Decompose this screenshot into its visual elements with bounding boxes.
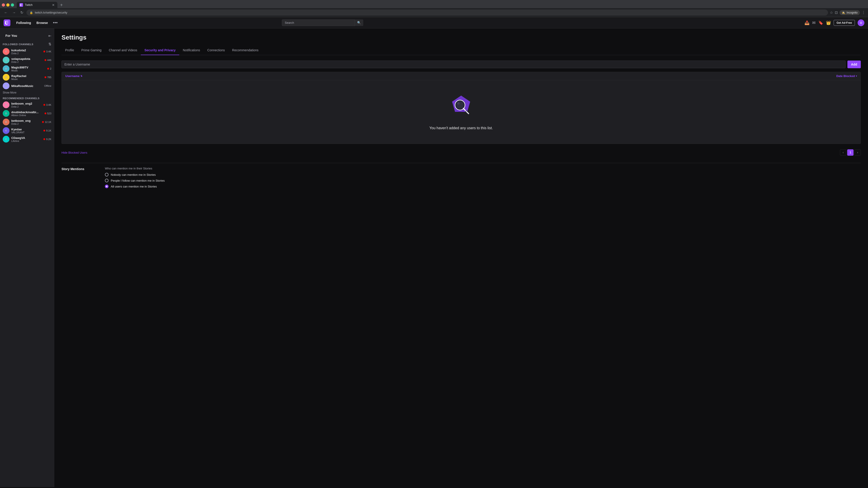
story-mentions-desc: Who can mention me in their Stories	[105, 167, 861, 170]
window-maximize-btn[interactable]	[11, 3, 14, 6]
channel-game: Music	[11, 78, 43, 80]
browser-chrome: Twitch ✕ + ← → ↻ 🔒 twitch.tv/settings/se…	[0, 0, 868, 17]
channel-name: Kyedae	[11, 128, 41, 131]
channel-name: betboom_eng	[11, 119, 40, 123]
channel-info: doublebacknvalbi... Albion Online	[11, 110, 43, 117]
twitch-logo	[4, 20, 10, 26]
browse-nav-btn[interactable]: Browse	[34, 20, 50, 26]
story-mentions-all-radio[interactable]	[105, 185, 108, 188]
story-mentions-following-label: People I follow can mention me in Storie…	[111, 179, 164, 182]
story-mentions-following-option[interactable]: People I follow can mention me in Storie…	[105, 179, 861, 182]
pagination-controls: ‹ 1 ›	[840, 149, 861, 156]
get-ad-free-btn[interactable]: Get Ad-Free	[834, 20, 855, 26]
tab-title: Twitch	[25, 3, 50, 6]
cast-icon[interactable]: ⊡	[835, 10, 838, 15]
list-item[interactable]: B betboom_eng2 Dota 2 3.4K	[0, 101, 54, 109]
list-item[interactable]: D doublebacknvalbi... Albion Online 523	[0, 109, 54, 118]
username-input[interactable]	[61, 61, 846, 68]
tab-profile[interactable]: Profile	[61, 46, 78, 55]
tab-connections[interactable]: Connections	[204, 46, 228, 55]
activity-feed-btn[interactable]: 📥	[804, 20, 809, 25]
show-more-btn[interactable]: Show More	[0, 90, 54, 95]
live-indicator	[43, 138, 45, 140]
username-input-row: Add	[61, 61, 861, 68]
more-nav-btn[interactable]: •••	[51, 19, 59, 26]
channel-info: betboom_eng2 Dota 2	[11, 102, 41, 108]
tab-bar: Twitch ✕ +	[0, 0, 868, 8]
refresh-btn[interactable]: ↻	[19, 9, 25, 15]
tab-close-btn[interactable]: ✕	[52, 3, 55, 7]
list-item[interactable]: K Kyedae VALORANT 9.1K	[0, 126, 54, 135]
story-mentions-nobody-radio[interactable]	[105, 173, 108, 176]
live-indicator	[43, 104, 45, 106]
live-indicator	[44, 112, 46, 114]
table-header: Username ⇅ Date Blocked ▾	[62, 72, 861, 80]
username-col-header[interactable]: Username ⇅	[65, 74, 836, 78]
for-you-label: For You	[3, 32, 20, 39]
main-content: Settings Profile Prime Gaming Channel an…	[54, 29, 868, 487]
page-1-btn[interactable]: 1	[847, 149, 854, 156]
channel-info: MikaRoseMusic	[11, 84, 42, 88]
list-item[interactable]: B betboom_eng Dota 2 12.1K	[0, 118, 54, 126]
channel-info: kukudota2 Dota 2	[11, 48, 41, 55]
svg-point-2	[456, 101, 464, 109]
tab-recommendations[interactable]: Recommendations	[228, 46, 262, 55]
list-item[interactable]: C CDawgVA Lifeline 9.2K	[0, 135, 54, 143]
story-mentions-nobody-option[interactable]: Nobody can mention me in Stories	[105, 173, 861, 176]
whispers-btn[interactable]: ✉	[812, 20, 815, 25]
list-item[interactable]: M Magic899TV Music 2	[0, 64, 54, 73]
date-blocked-col-header[interactable]: Date Blocked ▾	[836, 74, 857, 78]
hide-blocked-users-btn[interactable]: Hide Blocked Users	[61, 151, 87, 154]
search-submit-btn[interactable]: 🔍	[355, 20, 363, 26]
list-item[interactable]: K kukudota2 Dota 2 3.4K	[0, 47, 54, 56]
collapse-sidebar-btn[interactable]: ⇤	[49, 34, 51, 38]
forward-btn[interactable]: →	[11, 10, 17, 15]
menu-icon[interactable]: ⋮	[862, 10, 865, 15]
user-avatar[interactable]: U	[858, 20, 864, 26]
channel-viewers: 446	[44, 59, 51, 61]
prev-page-btn[interactable]: ‹	[840, 149, 846, 156]
bookmark-icon[interactable]: ☆	[830, 10, 833, 15]
magnifier-svg	[447, 94, 475, 121]
story-mentions-nobody-label: Nobody can mention me in Stories	[111, 173, 156, 176]
notifications-btn[interactable]: 🔖	[818, 20, 823, 25]
incognito-btn[interactable]: 🕵 Incognito	[839, 10, 860, 15]
page-title: Settings	[61, 34, 861, 41]
tab-channel-videos[interactable]: Channel and Videos	[105, 46, 141, 55]
tab-prime-gaming[interactable]: Prime Gaming	[78, 46, 105, 55]
active-tab[interactable]: Twitch ✕	[17, 2, 57, 8]
window-close-btn[interactable]	[2, 3, 5, 6]
channel-game: Albion Online	[11, 114, 43, 117]
story-mentions-following-radio[interactable]	[105, 179, 108, 182]
window-minimize-btn[interactable]	[6, 3, 9, 6]
story-mentions-all-label: All users can mention me in Stories	[111, 185, 157, 188]
prime-btn[interactable]: 👑	[826, 20, 831, 25]
channel-info: betboom_eng Dota 2	[11, 119, 40, 125]
blocked-users-table: Username ⇅ Date Blocked ▾	[61, 72, 861, 144]
channel-info: CDawgVA Lifeline	[11, 136, 41, 142]
back-btn[interactable]: ←	[3, 10, 9, 15]
tab-notifications[interactable]: Notifications	[179, 46, 204, 55]
channel-avatar: B	[3, 101, 9, 108]
sort-followed-btn[interactable]: ⇅	[49, 42, 51, 46]
channel-viewers: 785	[44, 76, 51, 78]
twitch-app: Following Browse ••• 🔍 📥 ✉ 🔖 👑 Get Ad-Fr…	[0, 17, 868, 487]
url-bar[interactable]: 🔒 twitch.tv/settings/security	[26, 9, 828, 15]
story-mentions-all-option[interactable]: All users can mention me in Stories	[105, 185, 861, 188]
followed-channels-list: K kukudota2 Dota 2 3.4K S solapsapdota D…	[0, 47, 54, 90]
channel-info: RayRachel Music	[11, 74, 43, 80]
list-item[interactable]: R RayRachel Music 785	[0, 73, 54, 82]
search-input[interactable]	[282, 20, 363, 26]
new-tab-btn[interactable]: +	[58, 2, 65, 8]
channel-avatar: M	[3, 83, 9, 89]
add-blocked-user-btn[interactable]: Add	[847, 61, 861, 68]
next-page-btn[interactable]: ›	[855, 149, 861, 156]
list-item[interactable]: S solapsapdota Dota 2 446	[0, 56, 54, 64]
channel-viewers: 523	[44, 112, 51, 115]
list-item[interactable]: M MikaRoseMusic Offline	[0, 82, 54, 90]
blocked-users-section: Add Username ⇅ Date Blocked ▾	[61, 61, 861, 194]
channel-avatar: C	[3, 136, 9, 142]
following-nav-btn[interactable]: Following	[14, 20, 33, 26]
tab-security-privacy[interactable]: Security and Privacy	[141, 46, 179, 55]
offline-status: Offline	[44, 85, 51, 87]
